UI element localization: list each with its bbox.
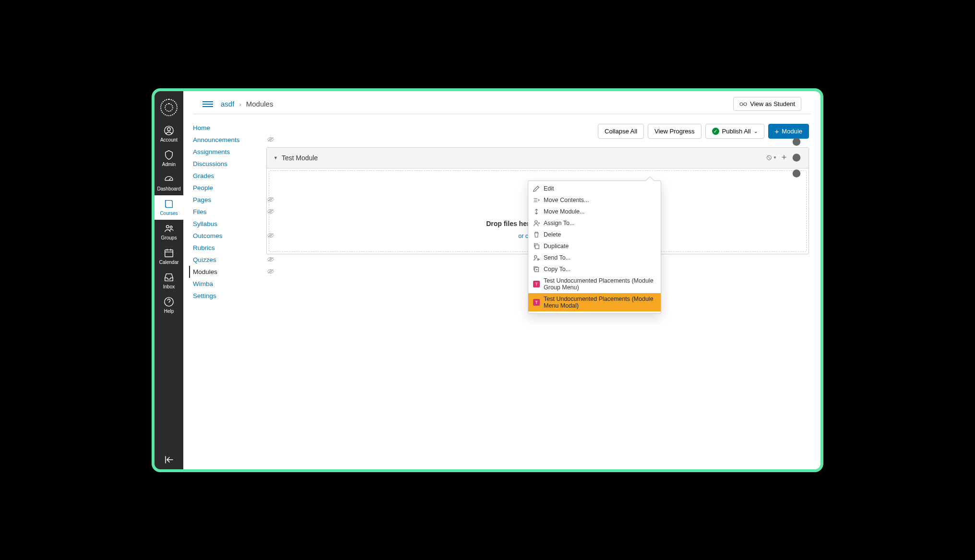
- global-nav-admin[interactable]: Admin: [155, 146, 183, 171]
- context-menu-item[interactable]: TTest Undocumented Placements (Module Me…: [528, 293, 661, 311]
- pencil-icon: [533, 185, 540, 192]
- course-nav-link[interactable]: Discussions: [193, 160, 227, 167]
- collapse-nav-button[interactable]: [155, 451, 183, 469]
- course-nav: HomeAnnouncementsAssignmentsDiscussionsG…: [183, 114, 258, 469]
- svg-point-1: [167, 128, 170, 131]
- help-icon: [163, 296, 175, 308]
- context-menu-item[interactable]: Send To...: [528, 252, 661, 263]
- context-menu-label: Send To...: [544, 254, 571, 261]
- global-nav-calendar[interactable]: Calendar: [155, 244, 183, 269]
- module-header[interactable]: ▼ Test Module ▼ +: [267, 148, 809, 168]
- context-menu-item[interactable]: Copy To...: [528, 263, 661, 275]
- context-menu-label: Copy To...: [544, 266, 571, 273]
- svg-point-10: [793, 138, 801, 146]
- hamburger-icon[interactable]: [202, 100, 213, 107]
- kebab-menu-icon[interactable]: [791, 153, 802, 163]
- course-nav-link[interactable]: Home: [193, 124, 210, 131]
- course-nav-item: Settings: [193, 290, 258, 302]
- course-nav-link[interactable]: Announcements: [193, 136, 240, 143]
- topbar: asdf › Modules View as Student: [193, 91, 811, 114]
- course-nav-item: Wimba: [193, 278, 258, 290]
- account-icon: [163, 125, 175, 136]
- svg-rect-4: [165, 250, 173, 257]
- course-nav-link[interactable]: Outcomes: [193, 232, 223, 239]
- breadcrumb-separator: ›: [239, 101, 241, 108]
- add-module-button[interactable]: + Module: [768, 124, 809, 139]
- global-nav-courses[interactable]: Courses: [155, 195, 183, 220]
- global-nav-dashboard[interactable]: Dashboard: [155, 171, 183, 195]
- caret-down-icon: ▼: [273, 155, 278, 160]
- course-nav-item: Modules: [189, 266, 258, 278]
- context-menu-label: Test Undocumented Placements (Module Men…: [544, 296, 656, 309]
- move-contents-icon: [533, 197, 540, 203]
- global-nav-groups[interactable]: Groups: [155, 220, 183, 244]
- inbox-icon: [163, 272, 175, 283]
- global-nav-help[interactable]: Help: [155, 293, 183, 318]
- course-nav-link[interactable]: Settings: [193, 292, 216, 299]
- course-nav-item: Quizzes: [193, 254, 258, 266]
- course-nav-item: Announcements: [193, 134, 258, 146]
- breadcrumb-current: Modules: [246, 100, 273, 108]
- module-actions: Collapse All View Progress ✓ Publish All…: [266, 124, 809, 139]
- content-area: asdf › Modules View as Student HomeAnnou…: [183, 91, 820, 469]
- publish-all-button[interactable]: ✓ Publish All ⌄: [705, 124, 764, 139]
- course-nav-item: Discussions: [193, 158, 258, 170]
- svg-point-12: [793, 169, 801, 178]
- context-menu-item[interactable]: TTest Undocumented Placements (Module Gr…: [528, 275, 661, 293]
- global-nav-inbox[interactable]: Inbox: [155, 269, 183, 293]
- context-menu-label: Edit: [544, 185, 554, 192]
- dashboard-icon: [163, 174, 175, 185]
- breadcrumb-course-link[interactable]: asdf: [221, 100, 234, 108]
- course-nav-link[interactable]: People: [193, 184, 213, 191]
- course-nav-link[interactable]: Rubrics: [193, 244, 215, 251]
- view-progress-button[interactable]: View Progress: [648, 124, 702, 139]
- svg-rect-14: [535, 245, 539, 249]
- course-nav-link[interactable]: Syllabus: [193, 220, 217, 227]
- global-nav-label: Calendar: [155, 260, 183, 265]
- collapse-all-button[interactable]: Collapse All: [598, 124, 644, 139]
- course-nav-item: Assignments: [193, 146, 258, 158]
- context-menu-item[interactable]: Duplicate: [528, 240, 661, 252]
- global-nav-label: Groups: [155, 235, 183, 240]
- unpublished-icon[interactable]: ▼: [766, 153, 777, 163]
- global-nav-label: Courses: [155, 211, 183, 216]
- admin-icon: [163, 149, 175, 161]
- course-nav-item: Outcomes: [193, 230, 258, 242]
- add-item-icon[interactable]: +: [779, 153, 789, 163]
- courses-icon: [163, 198, 175, 210]
- context-menu-item[interactable]: Delete: [528, 229, 661, 240]
- course-nav-link[interactable]: Files: [193, 208, 207, 215]
- global-nav-label: Dashboard: [155, 186, 183, 191]
- module-context-menu: EditMove Contents...Move Module...Assign…: [528, 180, 661, 314]
- course-nav-link[interactable]: Pages: [193, 196, 211, 203]
- course-nav-item: Pages: [193, 194, 258, 206]
- global-nav-account[interactable]: Account: [155, 122, 183, 146]
- course-nav-link[interactable]: Quizzes: [193, 256, 216, 263]
- svg-point-2: [166, 225, 169, 228]
- trash-icon: [533, 231, 540, 238]
- context-menu-label: Assign To...: [544, 220, 574, 226]
- context-menu-label: Test Undocumented Placements (Module Gro…: [544, 277, 656, 291]
- view-as-student-button[interactable]: View as Student: [733, 97, 801, 111]
- context-menu-item[interactable]: Move Contents...: [528, 194, 661, 206]
- global-nav: AccountAdminDashboardCoursesGroupsCalend…: [155, 91, 183, 469]
- tool-badge-icon: T: [533, 299, 540, 306]
- canvas-logo-icon[interactable]: [160, 99, 178, 116]
- context-menu-item[interactable]: Edit: [528, 183, 661, 194]
- course-nav-item: Files: [193, 206, 258, 218]
- send-icon: [533, 254, 540, 261]
- context-menu-item[interactable]: Move Module...: [528, 206, 661, 217]
- course-nav-item: Rubrics: [193, 242, 258, 254]
- context-menu-label: Delete: [544, 231, 561, 238]
- course-nav-link[interactable]: Wimba: [193, 280, 213, 287]
- module-title: Test Module: [282, 154, 764, 162]
- course-nav-link[interactable]: Assignments: [193, 148, 230, 155]
- course-nav-link[interactable]: Modules: [193, 268, 217, 275]
- course-nav-item: Home: [193, 122, 258, 134]
- plus-icon: +: [775, 128, 779, 135]
- course-nav-link[interactable]: Grades: [193, 172, 214, 179]
- groups-icon: [163, 223, 175, 234]
- course-nav-item: People: [193, 182, 258, 194]
- context-menu-label: Duplicate: [544, 243, 569, 250]
- context-menu-item[interactable]: Assign To...: [528, 217, 661, 229]
